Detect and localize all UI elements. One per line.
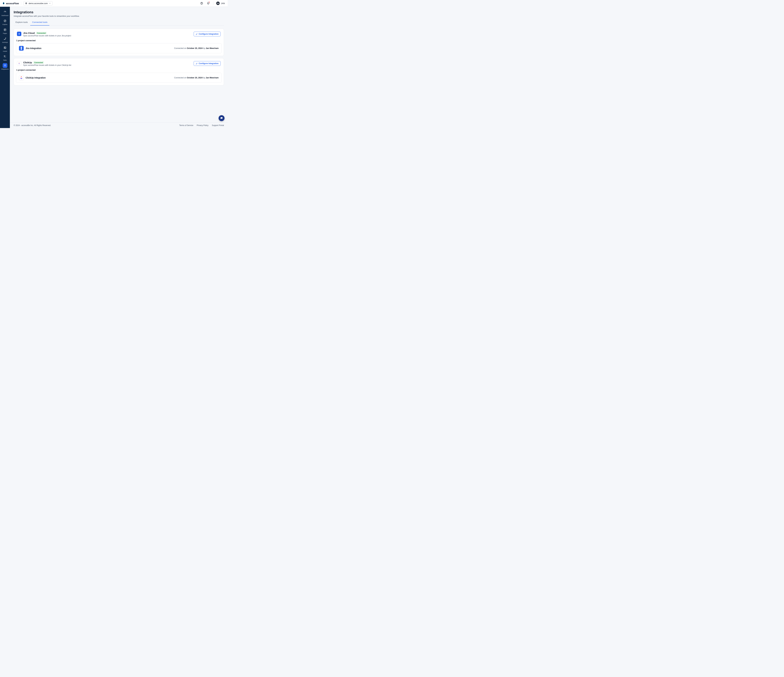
- compass-icon: [3, 19, 7, 23]
- integration-title: ClickUp: [23, 61, 32, 64]
- header-right: Jm JAN: [199, 1, 226, 6]
- integration-card-clickup: ClickUp Connected Sync accessFlow issues…: [14, 58, 224, 85]
- sidebar-item-label: Explore: [3, 24, 7, 25]
- project-count: 1 project connected: [16, 69, 222, 71]
- link-terms[interactable]: Terms of Service: [179, 124, 193, 126]
- card-header: ClickUp Connected Sync accessFlow issues…: [16, 61, 222, 66]
- tabs: Explore tools Connected tools: [14, 19, 224, 26]
- clickup-icon: [17, 61, 21, 65]
- chevron-down-icon: [49, 2, 51, 4]
- sidebar-item-journeys[interactable]: Journeys: [1, 36, 9, 44]
- svg-point-1: [26, 3, 26, 4]
- pencil-icon: [196, 33, 198, 35]
- configure-integration-button[interactable]: Configure Integration: [194, 61, 221, 66]
- site-text: demo.accessibe.com: [28, 2, 48, 5]
- status-badge: Connected: [36, 32, 47, 34]
- app-header: accessFlow demo.accessibe.com J: [0, 0, 228, 7]
- logo-text: accessFlow: [6, 2, 19, 5]
- page-subtitle: Integrate accessFlow with your favorite …: [14, 15, 224, 17]
- project-row[interactable]: Jira Integration Connected on October 20…: [16, 43, 222, 53]
- button-label: Configure Integration: [199, 62, 219, 65]
- footer: © 2024 - accessiBe Inc. All Rights Reser…: [10, 123, 228, 128]
- sidebar-item-label: Integrations: [1, 68, 9, 70]
- avatar: Jm: [216, 2, 220, 5]
- project-meta: Connected on October 20, 2024 by Jan Mee…: [174, 77, 219, 79]
- project-name: Jira Integration: [26, 47, 172, 50]
- integration-card-jira: Jira Cloud Connected Sync accessFlow iss…: [14, 29, 224, 56]
- copyright: © 2024 - accessiBe Inc. All Rights Reser…: [14, 124, 51, 126]
- project-meta: Connected on October 20, 2024 by Jan Mee…: [174, 47, 219, 50]
- page-title: Integrations: [14, 10, 224, 14]
- integration-title: Jira Cloud: [23, 32, 35, 34]
- page-body: Integrations Integrate accessFlow with y…: [10, 7, 228, 123]
- sidebar-item-label: Journeys: [2, 42, 8, 43]
- configure-integration-button[interactable]: Configure Integration: [194, 32, 221, 36]
- sidebar-item-explore[interactable]: Explore: [1, 17, 9, 26]
- tab-connected-tools[interactable]: Connected tools: [30, 19, 50, 26]
- layout-icon: [3, 28, 7, 32]
- plug-icon: [3, 63, 7, 68]
- svg-rect-13: [4, 56, 5, 56]
- gauge-icon: [3, 9, 7, 14]
- user-menu[interactable]: Jm JAN: [216, 2, 226, 5]
- project-name: ClickUp Integration: [26, 76, 172, 79]
- svg-point-9: [4, 39, 5, 40]
- sidebar-item-label: Assets: [3, 50, 7, 52]
- user-name: JAN: [221, 2, 225, 5]
- chat-icon: [220, 117, 223, 120]
- logo-icon: [2, 2, 5, 5]
- sidebar-item-pages[interactable]: Pages: [1, 26, 9, 35]
- sidebar-item-tasks[interactable]: Tasks: [1, 53, 9, 62]
- svg-rect-6: [4, 29, 6, 31]
- tab-explore-tools[interactable]: Explore tools: [14, 19, 30, 26]
- logo[interactable]: accessFlow: [2, 2, 19, 5]
- integration-description: Sync accessFlow issues with tickets in y…: [23, 64, 192, 66]
- sidebar-item-label: Dashboard: [2, 15, 8, 16]
- jira-icon: [17, 32, 21, 36]
- target-icon: [25, 2, 27, 5]
- integration-meta: Jira Cloud Connected Sync accessFlow iss…: [23, 32, 192, 37]
- svg-point-10: [6, 38, 6, 38]
- main-content: Integrations Integrate accessFlow with y…: [10, 7, 228, 128]
- button-label: Configure Integration: [199, 33, 219, 35]
- integration-meta: ClickUp Connected Sync accessFlow issues…: [23, 61, 192, 66]
- integration-description: Sync accessFlow issues with tickets in y…: [23, 35, 192, 37]
- clickup-icon: [19, 75, 24, 80]
- sidebar-item-integrations[interactable]: Integrations: [1, 62, 9, 71]
- chat-button[interactable]: [219, 115, 224, 121]
- link-support[interactable]: Support Portal: [212, 124, 224, 126]
- site-selector[interactable]: demo.accessibe.com: [23, 1, 53, 6]
- pencil-icon: [196, 62, 198, 65]
- sidebar-item-label: Tasks: [3, 59, 7, 61]
- image-icon: [3, 45, 7, 50]
- link-privacy[interactable]: Privacy Policy: [197, 124, 208, 126]
- sidebar: Dashboard Explore Pages Journeys Assets …: [0, 7, 10, 128]
- sidebar-item-dashboard[interactable]: Dashboard: [1, 9, 9, 17]
- sidebar-item-label: Pages: [3, 33, 7, 34]
- help-icon: [200, 2, 203, 5]
- svg-marker-5: [5, 20, 5, 21]
- card-header: Jira Cloud Connected Sync accessFlow iss…: [16, 32, 222, 37]
- svg-rect-11: [4, 47, 6, 48]
- status-badge: Connected: [33, 61, 44, 64]
- sidebar-item-assets[interactable]: Assets: [1, 44, 9, 53]
- help-button[interactable]: [199, 1, 204, 6]
- project-count: 1 project connected: [16, 39, 222, 42]
- notifications-button[interactable]: [206, 1, 210, 6]
- footer-links: Terms of Service Privacy Policy Support …: [179, 124, 224, 126]
- jira-icon: [19, 46, 24, 51]
- checklist-icon: [3, 54, 7, 59]
- project-row[interactable]: ClickUp Integration Connected on October…: [16, 73, 222, 83]
- route-icon: [3, 36, 7, 41]
